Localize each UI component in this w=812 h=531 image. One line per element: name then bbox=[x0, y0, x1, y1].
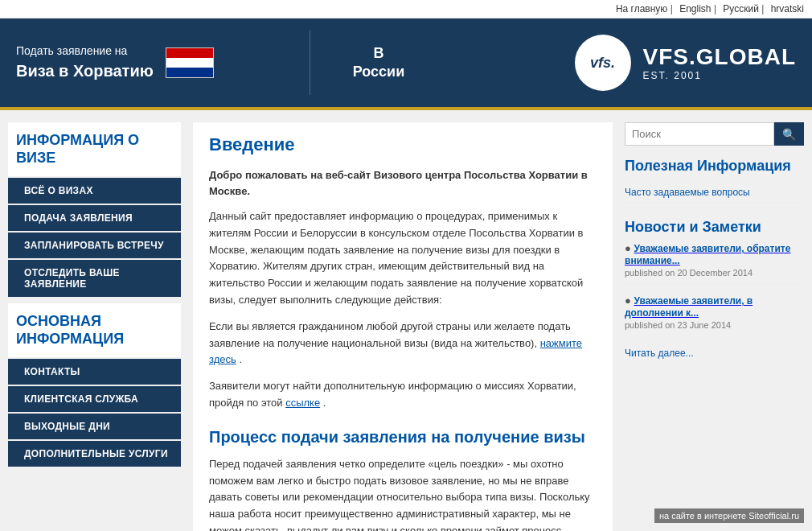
vfs-brand-text: VFS.GLOBAL EST. 2001 bbox=[643, 44, 796, 81]
left-sidebar: ИНФОРМАЦИЯ О ВИЗЕ ВСЁ О ВИЗАХ ПОДАЧА ЗАЯ… bbox=[8, 122, 181, 531]
content-para2: Если вы является гражданином любой друго… bbox=[209, 319, 597, 368]
sidebar-item-apply[interactable]: ПОДАЧА ЗАЯВЛЕНИЯ bbox=[8, 205, 181, 231]
news-date-2: published on 23 June 2014 bbox=[625, 320, 804, 330]
news-section: Новости и Заметки ● Уважаемые заявители,… bbox=[625, 219, 804, 360]
sidebar-item-visas[interactable]: ВСЁ О ВИЗАХ bbox=[8, 178, 181, 204]
nav-home-link[interactable]: На главную bbox=[612, 3, 671, 14]
missions-link[interactable]: ссылке bbox=[285, 397, 320, 409]
header-line1: Подать заявление на bbox=[16, 43, 154, 60]
content-title2: Процесс подачи заявления на получение ви… bbox=[209, 428, 597, 447]
news-title: Новости и Заметки bbox=[625, 219, 804, 237]
news-item-2: ● Уважаемые заявители, в дополнении к...… bbox=[625, 294, 804, 337]
sidebar-item-additional[interactable]: ДОПОЛНИТЕЛЬНЫЕ УСЛУГИ bbox=[8, 441, 181, 467]
top-navigation: На главную | English | Русский | hrvatsk… bbox=[0, 0, 812, 19]
useful-info-title: Полезная Информация bbox=[625, 158, 804, 175]
news-bullet-1: ● Уважаемые заявители, обратите внимание… bbox=[625, 242, 804, 266]
content-para4: Перед подачей заявления четко определите… bbox=[209, 456, 597, 531]
sidebar-item-holidays[interactable]: ВЫХОДНЫЕ ДНИ bbox=[8, 414, 181, 439]
sidebar-section1-header: ИНФОРМАЦИЯ О ВИЗЕ bbox=[8, 122, 181, 176]
content-para3: Заявители могут найти дополнительную инф… bbox=[209, 378, 597, 412]
flag-blue-stripe bbox=[166, 68, 213, 77]
main-content: Введение Добро пожаловать на веб-сайт Ви… bbox=[193, 122, 613, 531]
main-container: ИНФОРМАЦИЯ О ВИЗЕ ВСЁ О ВИЗАХ ПОДАЧА ЗАЯ… bbox=[0, 110, 812, 531]
sidebar-item-contacts[interactable]: КОНТАКТЫ bbox=[8, 359, 181, 385]
read-more-link[interactable]: Читать далее... bbox=[625, 348, 694, 359]
content-para1: Данный сайт предоставляет информацию о п… bbox=[209, 208, 597, 309]
right-sidebar: 🔍 Полезная Информация Часто задаваемые в… bbox=[625, 122, 804, 531]
news-link-1[interactable]: Уважаемые заявители, обратите внимание..… bbox=[625, 242, 790, 266]
content-title1: Введение bbox=[209, 134, 597, 155]
news-link-2[interactable]: Уважаемые заявители, в дополнении к... bbox=[625, 294, 753, 319]
news-bullet-2: ● Уважаемые заявители, в дополнении к... bbox=[625, 294, 804, 319]
useful-info-list: Часто задаваемые вопросы bbox=[625, 182, 804, 203]
nav-english-link[interactable]: English bbox=[675, 3, 714, 14]
content-intro: Добро пожаловать на веб-сайт Визового це… bbox=[209, 167, 597, 199]
sidebar-section2-header: ОСНОВНАЯ ИНФОРМАЦИЯ bbox=[8, 303, 181, 357]
search-box: 🔍 bbox=[625, 122, 804, 146]
news-item-1: ● Уважаемые заявители, обратите внимание… bbox=[625, 242, 804, 285]
nav-croatian-link[interactable]: hrvatski bbox=[767, 3, 804, 14]
sidebar-item-track[interactable]: ОТСЛЕДИТЬ ВАШЕ ЗАЯВЛЕНИЕ bbox=[8, 260, 181, 297]
header-country: В России bbox=[330, 44, 427, 82]
flag-red-stripe bbox=[166, 48, 213, 58]
header-logo: vfs. VFS.GLOBAL EST. 2001 bbox=[575, 35, 796, 91]
sidebar-item-client-service[interactable]: КЛИЕНТСКАЯ СЛУЖБА bbox=[8, 386, 181, 412]
news-date-1: published on 20 December 2014 bbox=[625, 268, 804, 278]
header-title: Подать заявление на Виза в Хорватию bbox=[16, 43, 154, 82]
faq-link[interactable]: Часто задаваемые вопросы bbox=[625, 187, 750, 198]
search-button[interactable]: 🔍 bbox=[774, 122, 804, 146]
nav-russian-link[interactable]: Русский bbox=[719, 3, 761, 14]
croatia-flag bbox=[166, 47, 214, 78]
faq-list-item: Часто задаваемые вопросы bbox=[625, 182, 804, 203]
header-divider bbox=[310, 31, 310, 95]
search-input[interactable] bbox=[625, 122, 774, 146]
header-branding: Подать заявление на Виза в Хорватию bbox=[16, 43, 289, 82]
vfs-logo-circle: vfs. bbox=[575, 35, 631, 91]
useful-info-section: Полезная Информация Часто задаваемые воп… bbox=[625, 158, 804, 203]
flag-white-stripe bbox=[166, 58, 213, 68]
sidebar-item-schedule[interactable]: ЗАПЛАНИРОВАТЬ ВСТРЕЧУ bbox=[8, 233, 181, 258]
page-header: Подать заявление на Виза в Хорватию В Ро… bbox=[0, 19, 812, 107]
header-line2: Виза в Хорватию bbox=[16, 60, 154, 82]
